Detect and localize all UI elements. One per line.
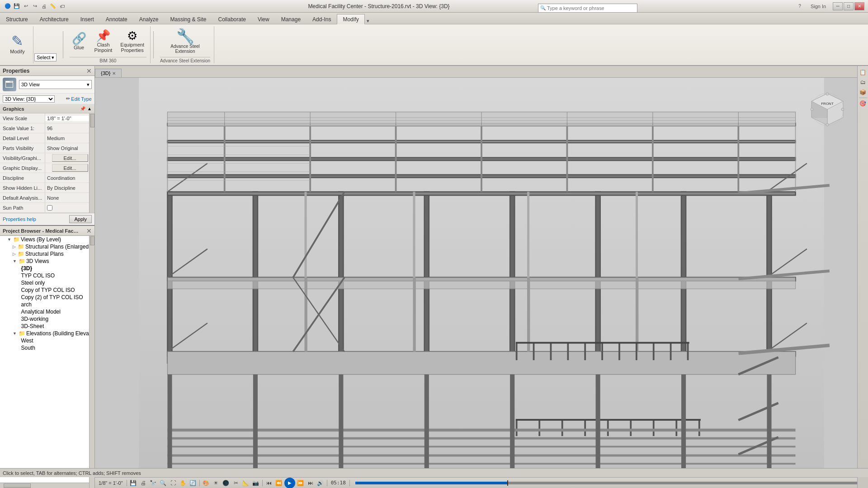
next-frame-btn[interactable]: ⏩ [296,479,305,487]
discipline-value[interactable]: Coordination [45,175,94,181]
advance-steel-button[interactable]: 🔧 Advance SteelExtension [168,28,202,55]
browser-hscrollbar[interactable] [0,483,89,488]
equipment-properties-button[interactable]: ⚙ EquipmentProperties [118,28,146,54]
tree-item-3d-sheet[interactable]: 3D-Sheet [0,323,94,330]
tree-item-structural-plans[interactable]: ▷ 📁 Structural Plans [0,250,94,258]
view-type-select[interactable]: 3D View ▾ [19,80,92,89]
zoom-fit-btn[interactable]: ⛶ [169,479,178,487]
tree-item-views-by-level[interactable]: ▼ 📁 Views (By Level) [0,236,94,243]
edit-type-label[interactable]: Edit Type [71,96,92,102]
minimize-btn[interactable]: ─ [833,2,843,10]
toolbar-sep-5 [349,480,350,486]
window-controls[interactable]: 🔍 ? Sign In ─ □ ✕ [692,2,864,11]
tab-collaborate[interactable]: Collaborate [212,14,252,24]
visibility-edit-btn[interactable]: Edit... [52,154,88,162]
project-browser-close-btn[interactable]: ✕ [86,227,92,235]
tab-view[interactable]: View [252,14,275,24]
sun-path-checkbox[interactable] [47,205,52,211]
hidden-lines-value[interactable]: By Discipline [45,185,94,191]
tree-item-copy2-typ-col-iso[interactable]: Copy (2) of TYP COL ISO [0,294,94,301]
fastforward-btn[interactable]: ⏭ [306,479,315,487]
tab-insert[interactable]: Insert [75,14,100,24]
tab-modify[interactable]: Modify [337,14,364,24]
hide-show-crop-btn[interactable]: 📐 [241,479,250,487]
svg-rect-66 [516,342,689,344]
close-btn[interactable]: ✕ [854,2,864,10]
view-cube-btn[interactable]: 📦 [859,88,868,97]
visual-style-btn[interactable]: 🎨 [202,479,211,487]
viewport-canvas[interactable]: FRONT [95,78,868,477]
system-browser-btn[interactable]: 🗂 [859,78,868,87]
play-button[interactable]: ▶ [284,478,295,488]
properties-close-btn[interactable]: ✕ [86,67,92,75]
tree-item-south[interactable]: South [0,344,94,352]
clash-pinpoint-button[interactable]: 📌 ClashPinpoint [92,28,115,54]
tab-annotate[interactable]: Annotate [100,14,133,24]
tree-item-3d-working[interactable]: 3D-working [0,315,94,323]
tab-massing[interactable]: Massing & Site [164,14,212,24]
volume-btn[interactable]: 🔊 [316,479,325,487]
tab-structure[interactable]: Structure [0,14,34,24]
view-tab-close-icon[interactable]: ✕ [112,71,116,76]
tab-analyze[interactable]: Analyze [133,14,165,24]
prev-frame-btn[interactable]: ⏪ [274,479,283,487]
sun-btn[interactable]: ☀ [212,479,221,487]
shadows-btn[interactable]: 🌑 [222,479,231,487]
view-scale-value[interactable]: 1/8" = 1'-0" [45,116,94,121]
print-btn[interactable]: 🖨 [40,2,48,10]
rewind-btn[interactable]: ⏮ [264,479,274,487]
sign-in-btn[interactable]: Sign In [805,2,832,10]
tab-manage[interactable]: Manage [275,14,307,24]
tag-btn[interactable]: 🏷 [58,2,66,10]
view-selector-dropdown[interactable]: 3D View: {3D} [3,95,55,103]
glue-button[interactable]: 🔗 Glue [70,31,89,52]
redo-btn[interactable]: ↪ [31,2,39,10]
help-context-btn[interactable]: ? [796,2,804,10]
maximize-btn[interactable]: □ [844,2,854,10]
zoom-region-btn[interactable]: 🔍 [159,479,168,487]
tree-item-typ-col-iso[interactable]: TYP COL ISO [0,272,94,279]
properties-right-btn[interactable]: 📋 [859,68,868,77]
orbit-btn[interactable]: 🔄 [189,479,198,487]
tree-item-3d-views[interactable]: ▼ 📁 3D Views [0,258,94,265]
graphic-display-edit-btn[interactable]: Edit... [52,164,88,172]
parts-visibility-value[interactable]: Show Original [45,145,94,151]
tree-item-copy-typ-col-iso[interactable]: Copy of TYP COL ISO [0,286,94,294]
quick-access-group[interactable]: 🔵 💾 ↩ ↪ 🖨 📏 🏷 [4,2,66,10]
modify-button[interactable]: ✎ Modify [8,33,27,56]
app-menu-btn[interactable]: 🔵 [4,2,12,10]
steering-wheels-btn[interactable]: 🎯 [859,99,868,108]
measure-btn[interactable]: 📏 [49,2,57,10]
tree-item-steel-only[interactable]: Steel only [0,279,94,286]
tree-item-elevations[interactable]: ▼ 📁 Elevations (Building Elevation) [0,330,94,337]
timeline-bar[interactable] [355,482,863,484]
search-input[interactable] [547,5,628,11]
svg-rect-57 [550,343,552,360]
tree-item-west[interactable]: West [0,337,94,344]
tree-item-3d-current[interactable]: {3D} [0,265,94,272]
tree-item-structural-plans-enlarged[interactable]: ▷ 📁 Structural Plans (Enlarged Plan) [0,243,94,250]
properties-help-link[interactable]: Properties help [3,216,36,222]
prop-row-sun-path: Sun Path [0,203,94,213]
save-view-btn[interactable]: 💾 [129,479,138,487]
view-tab-3d[interactable]: {3D} ✕ [95,69,122,77]
tree-item-analytical-model[interactable]: Analytical Model [0,308,94,315]
properties-scrollbar[interactable] [89,113,94,213]
camera-btn[interactable]: 📷 [251,479,260,487]
tab-addins[interactable]: Add-Ins [307,14,337,24]
browser-scrollbar[interactable] [89,236,94,488]
tab-architecture[interactable]: Architecture [34,14,75,24]
view-nav-btn[interactable]: 🔭 [149,479,158,487]
detail-level-value[interactable]: Medium [45,136,94,141]
save-btn[interactable]: 💾 [13,2,21,10]
select-dropdown[interactable]: Select ▾ [34,53,57,61]
nav-cube[interactable]: FRONT [809,91,845,127]
svg-point-110 [811,108,813,111]
undo-btn[interactable]: ↩ [22,2,30,10]
print-view-btn[interactable]: 🖨 [139,479,148,487]
apply-button[interactable]: Apply [69,215,92,223]
prop-row-visibility: Visibility/Graphi... Edit... [0,153,94,163]
crop-view-btn[interactable]: ✂ [231,479,241,487]
pan-btn[interactable]: ✋ [179,479,188,487]
tree-item-arch[interactable]: arch [0,301,94,308]
